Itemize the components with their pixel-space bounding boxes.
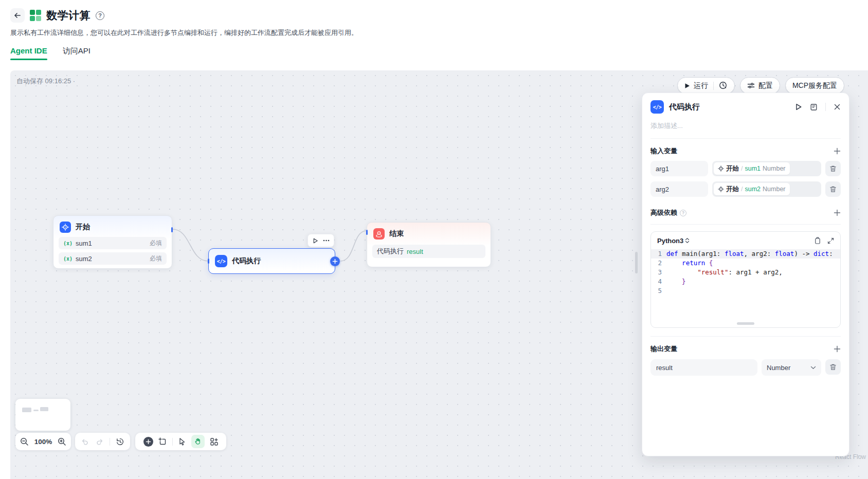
code-icon: </> [650, 100, 664, 114]
minimap-node [40, 407, 48, 411]
tab-api[interactable]: 访问API [63, 46, 91, 61]
start-output-handle[interactable] [171, 227, 173, 232]
run-history-icon[interactable] [116, 437, 124, 446]
code-node-title: 代码执行 [232, 256, 261, 266]
node-config-panel: </> 代码执行 添加描述... 输入变量 [642, 93, 849, 456]
pan-hand-icon[interactable] [191, 435, 205, 448]
mcp-config-button[interactable]: MCP服务配置 [785, 77, 844, 94]
help-icon[interactable]: ? [96, 11, 104, 20]
edge-start-to-code [172, 229, 208, 261]
add-node-icon[interactable] [143, 437, 153, 447]
output-name-field[interactable]: result [650, 359, 757, 376]
canvas-scrollbar[interactable] [635, 252, 638, 273]
tab-agent-ide[interactable]: Agent IDE [10, 46, 47, 61]
required-badge: 必填 [150, 239, 162, 248]
add-next-node-button[interactable] [330, 256, 340, 266]
code-line: 3 "result": arg1 + arg2, [651, 268, 840, 277]
start-node-title: 开始 [76, 223, 90, 232]
code-editor[interactable]: Python3 1def main(arg1: float, arg2: flo… [650, 231, 841, 328]
undo-icon[interactable] [81, 437, 89, 446]
start-field-sum1: (x) sum1 必填 [59, 237, 167, 249]
workflow-editor-page: 数学计算 ? 展示私有工作流详细信息，您可以在此对工作流进行多节点编排和运行，编… [0, 0, 868, 479]
history-controls [75, 433, 130, 450]
start-target-icon [60, 222, 71, 233]
minimap[interactable] [15, 399, 70, 431]
delete-var-button[interactable] [825, 359, 841, 375]
config-button[interactable]: 配置 [740, 77, 780, 94]
tab-bar: Agent IDE 访问API [10, 46, 868, 61]
add-input-var-icon[interactable] [834, 148, 841, 155]
end-output-value: result [407, 248, 423, 255]
description-placeholder[interactable]: 添加描述... [650, 121, 841, 131]
add-frame-icon[interactable] [158, 437, 167, 446]
output-var-row: result Number [650, 359, 841, 376]
sliders-icon [747, 82, 755, 89]
select-cursor-icon[interactable] [178, 437, 186, 446]
run-history-icon[interactable] [719, 81, 728, 90]
run-button[interactable]: 运行 [677, 77, 735, 94]
var-reference-select[interactable]: 开始 / sum2 Number [712, 181, 821, 197]
save-note-icon[interactable] [810, 103, 818, 111]
panel-title: 代码执行 [669, 102, 795, 112]
info-icon[interactable]: ? [680, 210, 686, 216]
node-start[interactable]: 开始 (x) sum1 必填 (x) sum2 必填 [53, 215, 172, 269]
end-input-handle[interactable] [366, 230, 368, 235]
end-pin-icon [373, 228, 385, 240]
required-badge: 必填 [150, 254, 162, 263]
canvas-toolbar: 运行 配置 MCP服务配置 [677, 77, 844, 94]
updown-chevron-icon [685, 237, 690, 244]
code-line: 2 return { [651, 259, 840, 268]
code-icon: </> [215, 255, 227, 267]
add-dependency-icon[interactable] [834, 209, 841, 216]
page-title: 数学计算 [46, 8, 91, 23]
play-icon [684, 83, 690, 89]
target-icon [718, 186, 724, 192]
node-code-exec[interactable]: </> 代码执行 [208, 248, 335, 274]
zoom-in-icon[interactable] [58, 437, 66, 446]
end-node-title: 结束 [389, 229, 404, 238]
advanced-deps-label: 高级依赖 ? [650, 208, 686, 217]
test-run-icon[interactable] [795, 103, 802, 110]
end-output-row: 代码执行 result [372, 245, 485, 258]
page-description: 展示私有工作流详细信息，您可以在此对工作流进行多节点编排和运行，编排好的工作流配… [10, 28, 868, 38]
zoom-controls: 100% [15, 433, 71, 450]
close-icon[interactable] [834, 103, 841, 110]
test-run-icon[interactable] [313, 238, 318, 244]
minimap-node [22, 408, 31, 412]
expand-code-icon[interactable] [827, 237, 834, 244]
more-options-icon[interactable] [323, 240, 330, 242]
var-reference-select[interactable]: 开始 / sum1 Number [712, 161, 821, 176]
editor-resize-handle[interactable] [737, 322, 754, 325]
code-input-handle[interactable] [208, 259, 209, 264]
variable-icon: (x) [63, 241, 73, 246]
page-header: 数学计算 ? 展示私有工作流详细信息，您可以在此对工作流进行多节点编排和运行，编… [0, 0, 868, 61]
copy-code-icon[interactable] [814, 237, 821, 245]
autosave-status: 自动保存 09:16:25 · [16, 77, 75, 86]
back-arrow-icon [13, 11, 22, 20]
node-hover-toolbar [308, 234, 334, 247]
auto-layout-icon[interactable] [210, 437, 219, 446]
zoom-level: 100% [34, 438, 52, 446]
back-button[interactable] [10, 8, 25, 23]
canvas-tools [135, 433, 226, 450]
workflow-logo-icon [30, 10, 41, 21]
variable-icon: (x) [63, 256, 73, 262]
input-vars-label: 输入变量 [650, 146, 677, 156]
input-var-row: arg2 开始 / sum2 Number [650, 181, 841, 197]
zoom-out-icon[interactable] [20, 437, 29, 446]
var-name-field[interactable]: arg2 [650, 181, 708, 197]
var-name-field[interactable]: arg1 [650, 161, 708, 176]
output-type-select[interactable]: Number [762, 359, 821, 376]
language-select[interactable]: Python3 [657, 237, 690, 245]
code-line: 1def main(arg1: float, arg2: float) -> d… [651, 249, 840, 259]
add-output-var-icon[interactable] [834, 345, 841, 353]
output-vars-label: 输出变量 [650, 344, 677, 354]
delete-var-button[interactable] [825, 161, 841, 176]
code-lines[interactable]: 1def main(arg1: float, arg2: float) -> d… [651, 249, 840, 296]
input-var-row: arg1 开始 / sum1 Number [650, 161, 841, 176]
delete-var-button[interactable] [825, 181, 841, 197]
edge-code-to-end [340, 231, 367, 261]
redo-icon[interactable] [95, 437, 104, 446]
node-end[interactable]: 结束 代码执行 result [367, 222, 491, 267]
target-icon [718, 165, 724, 172]
